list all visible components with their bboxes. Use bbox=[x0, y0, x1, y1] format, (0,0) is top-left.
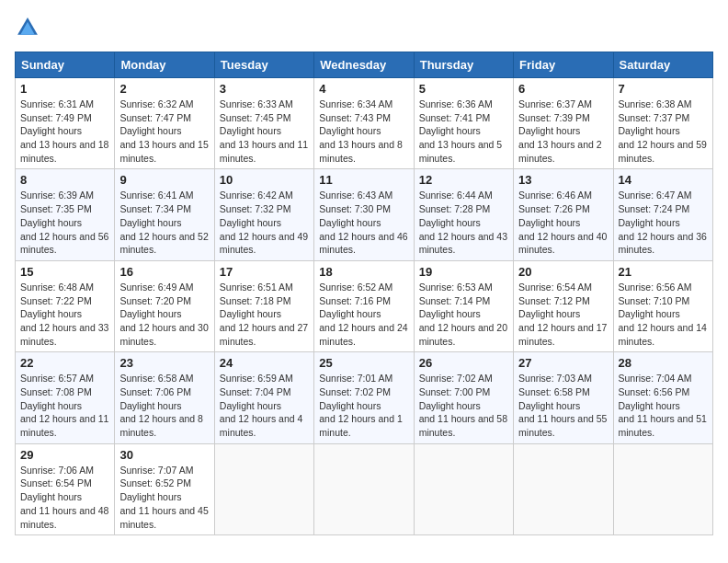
calendar-week-1: 1 Sunrise: 6:31 AM Sunset: 7:49 PM Dayli… bbox=[16, 78, 713, 169]
calendar-cell: 8 Sunrise: 6:39 AM Sunset: 7:35 PM Dayli… bbox=[16, 169, 115, 260]
day-detail: Sunrise: 6:44 AM Sunset: 7:28 PM Dayligh… bbox=[419, 189, 508, 256]
day-number: 30 bbox=[119, 448, 209, 462]
calendar-cell: 13 Sunrise: 6:46 AM Sunset: 7:26 PM Dayl… bbox=[514, 169, 613, 260]
day-detail: Sunrise: 6:34 AM Sunset: 7:43 PM Dayligh… bbox=[319, 98, 408, 165]
day-number: 20 bbox=[518, 265, 608, 279]
calendar-cell: 22 Sunrise: 6:57 AM Sunset: 7:08 PM Dayl… bbox=[16, 352, 115, 443]
day-detail: Sunrise: 6:42 AM Sunset: 7:32 PM Dayligh… bbox=[220, 189, 309, 256]
day-detail: Sunrise: 6:51 AM Sunset: 7:18 PM Dayligh… bbox=[220, 281, 309, 348]
calendar-cell bbox=[414, 443, 513, 534]
calendar-cell: 30 Sunrise: 7:07 AM Sunset: 6:52 PM Dayl… bbox=[115, 443, 214, 534]
day-detail: Sunrise: 6:48 AM Sunset: 7:22 PM Dayligh… bbox=[20, 281, 109, 348]
calendar-week-4: 22 Sunrise: 6:57 AM Sunset: 7:08 PM Dayl… bbox=[16, 352, 713, 443]
calendar-cell: 25 Sunrise: 7:01 AM Sunset: 7:02 PM Dayl… bbox=[314, 352, 414, 443]
calendar-cell: 20 Sunrise: 6:54 AM Sunset: 7:12 PM Dayl… bbox=[514, 260, 613, 351]
calendar-cell: 4 Sunrise: 6:34 AM Sunset: 7:43 PM Dayli… bbox=[314, 78, 414, 169]
calendar-cell: 5 Sunrise: 6:36 AM Sunset: 7:41 PM Dayli… bbox=[414, 78, 513, 169]
calendar-cell: 18 Sunrise: 6:52 AM Sunset: 7:16 PM Dayl… bbox=[314, 260, 414, 351]
day-number: 1 bbox=[20, 82, 109, 96]
day-number: 29 bbox=[20, 448, 109, 462]
day-number: 27 bbox=[518, 356, 608, 370]
day-number: 10 bbox=[220, 173, 309, 187]
day-detail: Sunrise: 6:56 AM Sunset: 7:10 PM Dayligh… bbox=[619, 281, 708, 348]
calendar-cell bbox=[214, 443, 313, 534]
calendar-cell: 26 Sunrise: 7:02 AM Sunset: 7:00 PM Dayl… bbox=[414, 352, 513, 443]
calendar-cell: 12 Sunrise: 6:44 AM Sunset: 7:28 PM Dayl… bbox=[414, 169, 513, 260]
weekday-header-wednesday: Wednesday bbox=[314, 52, 414, 78]
day-detail: Sunrise: 6:36 AM Sunset: 7:41 PM Dayligh… bbox=[419, 98, 508, 165]
calendar-cell: 6 Sunrise: 6:37 AM Sunset: 7:39 PM Dayli… bbox=[514, 78, 613, 169]
day-detail: Sunrise: 6:57 AM Sunset: 7:08 PM Dayligh… bbox=[20, 372, 109, 439]
day-number: 28 bbox=[619, 356, 708, 370]
calendar-cell: 28 Sunrise: 7:04 AM Sunset: 6:56 PM Dayl… bbox=[613, 352, 712, 443]
day-number: 18 bbox=[319, 265, 408, 279]
weekday-header-saturday: Saturday bbox=[613, 52, 712, 78]
calendar-cell: 3 Sunrise: 6:33 AM Sunset: 7:45 PM Dayli… bbox=[214, 78, 313, 169]
calendar-cell bbox=[514, 443, 613, 534]
day-number: 12 bbox=[419, 173, 508, 187]
day-number: 14 bbox=[619, 173, 708, 187]
weekday-header-tuesday: Tuesday bbox=[214, 52, 313, 78]
day-detail: Sunrise: 6:59 AM Sunset: 7:04 PM Dayligh… bbox=[220, 372, 309, 439]
weekday-header-thursday: Thursday bbox=[414, 52, 513, 78]
day-detail: Sunrise: 7:01 AM Sunset: 7:02 PM Dayligh… bbox=[319, 372, 408, 439]
calendar-cell: 29 Sunrise: 7:06 AM Sunset: 6:54 PM Dayl… bbox=[16, 443, 115, 534]
day-number: 5 bbox=[419, 82, 508, 96]
day-detail: Sunrise: 6:43 AM Sunset: 7:30 PM Dayligh… bbox=[319, 189, 408, 256]
day-number: 22 bbox=[20, 356, 109, 370]
day-number: 16 bbox=[119, 265, 209, 279]
calendar-week-5: 29 Sunrise: 7:06 AM Sunset: 6:54 PM Dayl… bbox=[16, 443, 713, 534]
calendar-cell: 19 Sunrise: 6:53 AM Sunset: 7:14 PM Dayl… bbox=[414, 260, 513, 351]
day-number: 6 bbox=[518, 82, 608, 96]
day-number: 2 bbox=[119, 82, 209, 96]
calendar-cell: 7 Sunrise: 6:38 AM Sunset: 7:37 PM Dayli… bbox=[613, 78, 712, 169]
weekday-header-monday: Monday bbox=[115, 52, 214, 78]
calendar-cell: 23 Sunrise: 6:58 AM Sunset: 7:06 PM Dayl… bbox=[115, 352, 214, 443]
day-detail: Sunrise: 6:32 AM Sunset: 7:47 PM Dayligh… bbox=[119, 98, 209, 165]
calendar-week-2: 8 Sunrise: 6:39 AM Sunset: 7:35 PM Dayli… bbox=[16, 169, 713, 260]
day-number: 17 bbox=[220, 265, 309, 279]
day-detail: Sunrise: 6:47 AM Sunset: 7:24 PM Dayligh… bbox=[619, 189, 708, 256]
calendar-cell bbox=[314, 443, 414, 534]
calendar-cell: 14 Sunrise: 6:47 AM Sunset: 7:24 PM Dayl… bbox=[613, 169, 712, 260]
calendar-table: SundayMondayTuesdayWednesdayThursdayFrid… bbox=[15, 52, 713, 535]
day-detail: Sunrise: 6:33 AM Sunset: 7:45 PM Dayligh… bbox=[220, 98, 309, 165]
logo bbox=[15, 15, 44, 40]
day-number: 4 bbox=[319, 82, 408, 96]
day-number: 7 bbox=[619, 82, 708, 96]
day-detail: Sunrise: 6:37 AM Sunset: 7:39 PM Dayligh… bbox=[518, 98, 608, 165]
day-number: 11 bbox=[319, 173, 408, 187]
logo-icon bbox=[15, 15, 40, 40]
calendar-cell: 21 Sunrise: 6:56 AM Sunset: 7:10 PM Dayl… bbox=[613, 260, 712, 351]
day-number: 13 bbox=[518, 173, 608, 187]
calendar-cell: 2 Sunrise: 6:32 AM Sunset: 7:47 PM Dayli… bbox=[115, 78, 214, 169]
day-number: 26 bbox=[419, 356, 508, 370]
calendar-cell: 15 Sunrise: 6:48 AM Sunset: 7:22 PM Dayl… bbox=[16, 260, 115, 351]
day-detail: Sunrise: 7:03 AM Sunset: 6:58 PM Dayligh… bbox=[518, 372, 608, 439]
day-number: 3 bbox=[220, 82, 309, 96]
calendar-cell: 17 Sunrise: 6:51 AM Sunset: 7:18 PM Dayl… bbox=[214, 260, 313, 351]
calendar-cell: 24 Sunrise: 6:59 AM Sunset: 7:04 PM Dayl… bbox=[214, 352, 313, 443]
day-number: 8 bbox=[20, 173, 109, 187]
day-detail: Sunrise: 6:58 AM Sunset: 7:06 PM Dayligh… bbox=[119, 372, 209, 439]
day-detail: Sunrise: 6:49 AM Sunset: 7:20 PM Dayligh… bbox=[119, 281, 209, 348]
weekday-header-friday: Friday bbox=[514, 52, 613, 78]
day-number: 9 bbox=[119, 173, 209, 187]
weekday-header-sunday: Sunday bbox=[16, 52, 115, 78]
day-number: 19 bbox=[419, 265, 508, 279]
calendar-cell: 1 Sunrise: 6:31 AM Sunset: 7:49 PM Dayli… bbox=[16, 78, 115, 169]
day-detail: Sunrise: 7:02 AM Sunset: 7:00 PM Dayligh… bbox=[419, 372, 508, 439]
day-number: 24 bbox=[220, 356, 309, 370]
header bbox=[15, 15, 713, 40]
day-detail: Sunrise: 6:39 AM Sunset: 7:35 PM Dayligh… bbox=[20, 189, 109, 256]
calendar-week-3: 15 Sunrise: 6:48 AM Sunset: 7:22 PM Dayl… bbox=[16, 260, 713, 351]
day-detail: Sunrise: 7:07 AM Sunset: 6:52 PM Dayligh… bbox=[119, 464, 209, 531]
day-number: 21 bbox=[619, 265, 708, 279]
day-detail: Sunrise: 7:04 AM Sunset: 6:56 PM Dayligh… bbox=[619, 372, 708, 439]
day-number: 23 bbox=[119, 356, 209, 370]
day-detail: Sunrise: 6:38 AM Sunset: 7:37 PM Dayligh… bbox=[619, 98, 708, 165]
calendar-cell: 9 Sunrise: 6:41 AM Sunset: 7:34 PM Dayli… bbox=[115, 169, 214, 260]
calendar-cell: 11 Sunrise: 6:43 AM Sunset: 7:30 PM Dayl… bbox=[314, 169, 414, 260]
day-number: 15 bbox=[20, 265, 109, 279]
calendar-cell: 10 Sunrise: 6:42 AM Sunset: 7:32 PM Dayl… bbox=[214, 169, 313, 260]
